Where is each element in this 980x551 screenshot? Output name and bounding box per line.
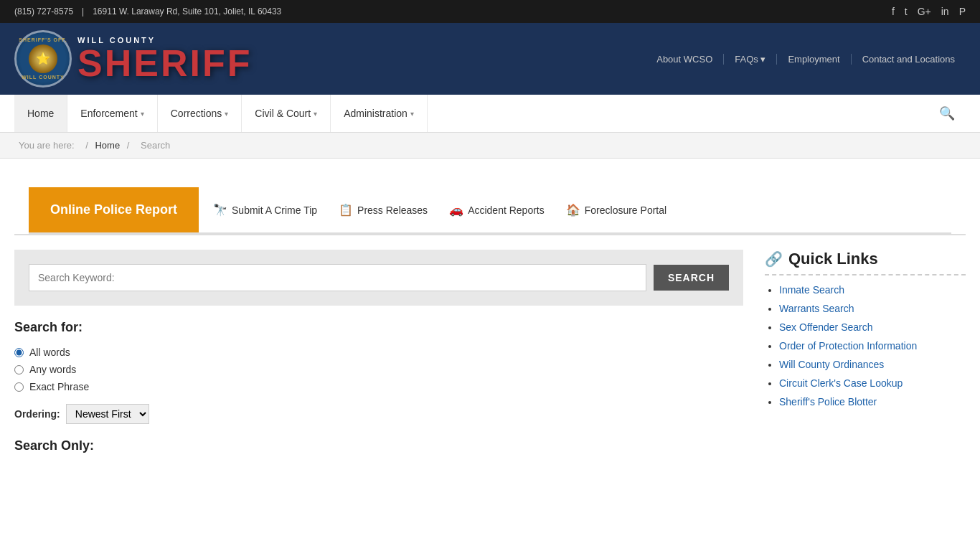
address: 16911 W. Laraway Rd, Suite 101, Joliet, …	[93, 6, 281, 17]
radio-any-words[interactable]: Any words	[14, 364, 743, 375]
logo-area: SHERIFF'S OFF. ⭐ WILL COUNTY Will County…	[14, 30, 252, 88]
accident-reports-link[interactable]: 🚗 Accident Reports	[449, 203, 545, 217]
sidebar-quick-links-title: 🔗 Quick Links	[765, 250, 966, 276]
search-box: SEARCH	[14, 250, 743, 306]
link-icon: 🔗	[765, 250, 783, 268]
header-nav-contact[interactable]: Contact and Locations	[852, 54, 966, 65]
separator: |	[82, 6, 84, 17]
breadcrumb-current: Search	[141, 140, 170, 151]
list-item: Sheriff's Police Blotter	[779, 396, 966, 408]
content-wrapper: SEARCH Search for: All words Any words E…	[0, 235, 980, 482]
binoculars-icon: 🔭	[213, 203, 227, 217]
search-radio-group: All words Any words Exact Phrase	[14, 347, 743, 392]
search-for-label: Search for:	[14, 320, 743, 335]
top-bar-contact: (815) 727-8575 | 16911 W. Laraway Rd, Su…	[14, 6, 281, 17]
header-nav-faqs[interactable]: FAQs ▾	[724, 54, 777, 65]
header-nav: About WCSO FAQs ▾ Employment Contact and…	[646, 54, 966, 65]
document-icon: 📋	[339, 203, 353, 217]
list-item: Circuit Clerk's Case Lookup	[779, 377, 966, 389]
radio-any-words-input[interactable]	[14, 365, 24, 375]
order-protection-link[interactable]: Order of Protection Information	[779, 340, 917, 352]
quick-links-bar-wrapper: Online Police Report 🔭 Submit A Crime Ti…	[0, 159, 980, 235]
sheriff-badge: SHERIFF'S OFF. ⭐ WILL COUNTY	[14, 30, 72, 88]
chevron-down-icon: ▾	[410, 110, 414, 118]
police-blotter-link[interactable]: Sheriff's Police Blotter	[779, 396, 877, 408]
chevron-down-icon: ▾	[314, 110, 317, 118]
nav-corrections[interactable]: Corrections ▾	[158, 95, 242, 132]
you-are-here-label: You are here:	[19, 140, 75, 151]
nav-civil-court[interactable]: Civil & Court ▾	[242, 95, 331, 132]
radio-exact-phrase[interactable]: Exact Phrase	[14, 381, 743, 392]
submit-crime-tip-link[interactable]: 🔭 Submit A Crime Tip	[213, 203, 317, 217]
foreclosure-portal-link[interactable]: 🏠 Foreclosure Portal	[566, 203, 666, 217]
nav-enforcement[interactable]: Enforcement ▾	[67, 95, 157, 132]
quick-links-bar: Online Police Report 🔭 Submit A Crime Ti…	[29, 187, 951, 234]
nav-search-button[interactable]: 🔍	[928, 95, 966, 132]
radio-exact-phrase-input[interactable]	[14, 382, 24, 392]
online-police-report-button[interactable]: Online Police Report	[29, 187, 199, 232]
ordering-select[interactable]: Newest First Oldest First Relevance	[66, 404, 149, 424]
list-item: Sex Offender Search	[779, 321, 966, 333]
sidebar-links-list: Inmate Search Warrants Search Sex Offend…	[765, 284, 966, 408]
search-only-label: Search Only:	[14, 438, 743, 453]
breadcrumb-separator-2: /	[127, 140, 132, 151]
breadcrumb-separator: /	[85, 140, 90, 151]
header-nav-employment[interactable]: Employment	[777, 54, 851, 65]
search-input[interactable]	[29, 264, 646, 291]
quick-action-links: 🔭 Submit A Crime Tip 📋 Press Releases 🚗 …	[199, 187, 951, 232]
facebook-icon[interactable]: f	[892, 6, 895, 17]
site-header: SHERIFF'S OFF. ⭐ WILL COUNTY Will County…	[0, 23, 980, 95]
will-county-ordinances-link[interactable]: Will County Ordinances	[779, 359, 884, 370]
list-item: Inmate Search	[779, 284, 966, 296]
list-item: Warrants Search	[779, 303, 966, 314]
header-nav-about[interactable]: About WCSO	[646, 54, 724, 65]
list-item: Order of Protection Information	[779, 340, 966, 352]
radio-all-words-input[interactable]	[14, 348, 24, 357]
pinterest-icon[interactable]: P	[959, 6, 966, 17]
breadcrumb: You are here: / Home / Search	[0, 133, 980, 159]
breadcrumb-home[interactable]: Home	[95, 140, 120, 151]
chevron-down-icon: ▾	[141, 110, 144, 118]
ordering-label: Ordering:	[14, 408, 60, 420]
sidebar: 🔗 Quick Links Inmate Search Warrants Sea…	[765, 250, 966, 453]
linkedin-icon[interactable]: in	[941, 6, 949, 17]
twitter-icon[interactable]: t	[905, 6, 908, 17]
nav-administration[interactable]: Administration ▾	[331, 95, 428, 132]
sex-offender-search-link[interactable]: Sex Offender Search	[779, 321, 872, 333]
logo-text: Will County SHERIFF	[77, 36, 252, 82]
sidebar-quick-links: 🔗 Quick Links Inmate Search Warrants Sea…	[765, 250, 966, 408]
social-links: f t G+ in P	[892, 6, 966, 17]
googleplus-icon[interactable]: G+	[918, 6, 931, 17]
inmate-search-link[interactable]: Inmate Search	[779, 284, 844, 296]
top-bar: (815) 727-8575 | 16911 W. Laraway Rd, Su…	[0, 0, 980, 23]
search-button[interactable]: SEARCH	[654, 265, 729, 291]
list-item: Will County Ordinances	[779, 359, 966, 370]
press-releases-link[interactable]: 📋 Press Releases	[339, 203, 428, 217]
circuit-clerk-link[interactable]: Circuit Clerk's Case Lookup	[779, 377, 903, 389]
phone-number: (815) 727-8575	[14, 6, 73, 17]
logo-main-title: SHERIFF	[77, 44, 252, 82]
house-icon: 🏠	[566, 203, 580, 217]
nav-home[interactable]: Home	[14, 95, 67, 132]
radio-all-words[interactable]: All words	[14, 347, 743, 358]
car-icon: 🚗	[449, 203, 463, 217]
main-content: SEARCH Search for: All words Any words E…	[14, 250, 743, 453]
chevron-down-icon: ▾	[225, 110, 228, 118]
warrants-search-link[interactable]: Warrants Search	[779, 303, 854, 314]
ordering-row: Ordering: Newest First Oldest First Rele…	[14, 404, 743, 424]
main-nav: Home Enforcement ▾ Corrections ▾ Civil &…	[0, 95, 980, 133]
